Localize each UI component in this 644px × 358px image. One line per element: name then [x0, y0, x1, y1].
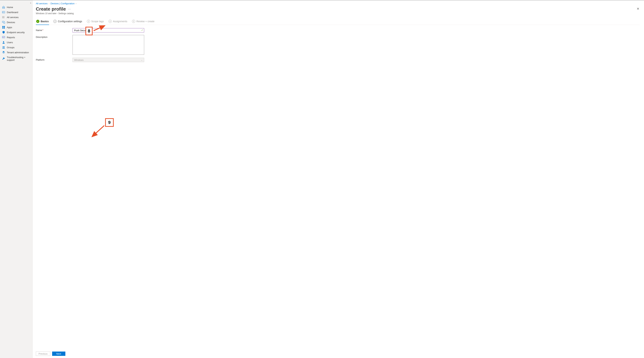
- svg-rect-8: [2, 28, 4, 29]
- page-more-menu[interactable]: ···: [68, 8, 71, 11]
- previous-button: Previous: [36, 351, 50, 356]
- page-subtitle: Windows 10 and later - Settings catalog: [36, 12, 640, 15]
- chevron-right-icon: ›: [49, 2, 50, 5]
- user-icon: [2, 41, 5, 44]
- wizard-step-assignments[interactable]: 4 Assignments: [108, 20, 128, 25]
- sidebar-item-all-services[interactable]: All services: [0, 15, 32, 20]
- sidebar-nav: « Home Dashboard All services: [0, 0, 32, 358]
- annotation-box-9: 9: [105, 118, 114, 127]
- description-label: Description: [36, 35, 72, 38]
- wizard-step-label: Basics: [41, 20, 49, 23]
- breadcrumb-link-all-services[interactable]: All services: [36, 2, 48, 5]
- wrench-icon: [2, 57, 5, 60]
- breadcrumb: All services › Devices | Configuration ›: [36, 2, 640, 5]
- name-input[interactable]: [72, 28, 144, 33]
- step-check-icon: ✓: [36, 20, 40, 23]
- svg-point-3: [2, 18, 3, 18]
- sidebar-item-home[interactable]: Home: [0, 5, 32, 10]
- sidebar-item-label: Home: [7, 6, 13, 9]
- platform-select: Windows ⌄: [72, 58, 144, 62]
- wizard-footer: Previous Next: [36, 351, 65, 356]
- svg-point-13: [4, 47, 5, 47]
- sidebar-item-label: All services: [7, 16, 19, 19]
- apps-icon: [2, 26, 5, 29]
- svg-rect-7: [4, 26, 5, 27]
- main-content: All services › Devices | Configuration ›…: [32, 0, 644, 358]
- sidebar-item-endpoint-security[interactable]: Endpoint security: [0, 30, 32, 35]
- platform-label: Platform: [36, 58, 72, 61]
- svg-rect-0: [2, 11, 5, 13]
- wizard-step-label: Assignments: [113, 20, 127, 23]
- chevron-down-icon: ⌄: [141, 59, 142, 61]
- reports-icon: [2, 36, 5, 39]
- wizard-step-scope-tags[interactable]: 3 Scope tags: [86, 20, 104, 25]
- wizard-tabs: ✓ Basics 2 Configuration settings 3 Scop…: [36, 20, 640, 25]
- svg-point-1: [2, 16, 3, 17]
- collapse-sidebar-icon[interactable]: «: [30, 2, 30, 4]
- svg-point-11: [3, 41, 4, 42]
- sidebar-item-label: Devices: [7, 21, 15, 24]
- wizard-step-label: Configuration settings: [58, 20, 82, 23]
- svg-line-15: [92, 126, 104, 137]
- home-icon: [2, 6, 5, 9]
- sidebar-item-dashboard[interactable]: Dashboard: [0, 10, 32, 15]
- sidebar-item-reports[interactable]: Reports: [0, 35, 32, 40]
- next-button[interactable]: Next: [52, 351, 65, 356]
- sidebar-item-devices[interactable]: Devices: [0, 20, 32, 25]
- sidebar-item-label: Endpoint security: [7, 31, 25, 34]
- chevron-right-icon: ›: [76, 2, 76, 5]
- svg-rect-10: [2, 36, 5, 38]
- check-icon: ✓: [141, 29, 143, 31]
- close-icon[interactable]: ✕: [637, 7, 639, 11]
- dashboard-icon: [2, 11, 5, 14]
- sidebar-item-label: Users: [7, 41, 13, 44]
- sidebar-item-tenant-admin[interactable]: Tenant administration: [0, 50, 32, 55]
- sidebar-item-label: Apps: [7, 26, 12, 29]
- description-input[interactable]: [72, 35, 144, 55]
- sidebar-item-apps[interactable]: Apps: [0, 25, 32, 30]
- annotation-arrow-9: [90, 124, 106, 138]
- list-icon: [2, 16, 5, 19]
- svg-point-2: [2, 17, 3, 17]
- sidebar-item-label: Tenant administration: [7, 51, 29, 54]
- svg-rect-5: [4, 22, 5, 24]
- svg-rect-9: [4, 28, 5, 29]
- name-label: Name*: [36, 28, 72, 32]
- wizard-step-review-create[interactable]: 5 Review + create: [132, 20, 155, 25]
- svg-point-12: [3, 47, 4, 47]
- wizard-step-config-settings[interactable]: 2 Configuration settings: [53, 20, 82, 25]
- step-number-icon: 5: [132, 20, 135, 23]
- sidebar-item-groups[interactable]: Groups: [0, 45, 32, 50]
- sidebar-item-label: Groups: [7, 46, 14, 49]
- sidebar-item-label: Dashboard: [7, 11, 18, 14]
- wizard-step-basics[interactable]: ✓ Basics: [36, 20, 49, 25]
- sidebar-item-users[interactable]: Users: [0, 40, 32, 45]
- step-number-icon: 2: [53, 20, 56, 23]
- wizard-step-label: Scope tags: [91, 20, 104, 23]
- svg-rect-6: [2, 26, 4, 27]
- wizard-step-label: Review + create: [136, 20, 154, 23]
- step-number-icon: 3: [87, 20, 90, 23]
- platform-value: Windows: [74, 59, 84, 61]
- sidebar-item-label: Troubleshooting + support: [7, 56, 30, 61]
- groups-icon: [2, 46, 5, 49]
- sidebar-item-label: Reports: [7, 36, 15, 39]
- devices-icon: [2, 21, 5, 24]
- shield-icon: [2, 31, 5, 34]
- tenant-icon: [2, 51, 5, 54]
- step-number-icon: 4: [108, 20, 112, 23]
- page-title: Create profile: [36, 6, 66, 12]
- breadcrumb-link-devices-config[interactable]: Devices | Configuration: [50, 2, 74, 5]
- sidebar-item-troubleshoot[interactable]: Troubleshooting + support: [0, 55, 32, 62]
